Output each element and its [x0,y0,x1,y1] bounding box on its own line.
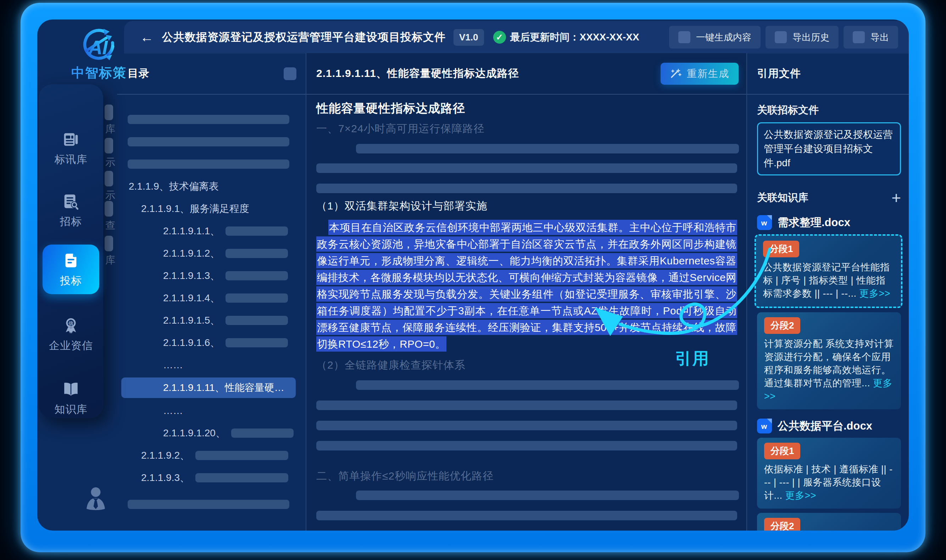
toc-item-label: 2.1.1.9.1.2、 [163,247,220,260]
add-knowledge-icon[interactable]: + [891,189,901,206]
topbar: ← 公共数据资源登记及授权运营管理平台建设项目投标文件 V1.0 ✓ 最后更新时… [124,21,909,54]
panels: 目录 2.1.1.9、技术偏离表2.1.1.9.1、服务满足程度2.1.1.9.… [37,53,909,531]
word-icon: w [757,215,772,230]
user-avatar-icon[interactable] [86,487,105,513]
more-link[interactable]: 更多>> [786,490,817,501]
doc-subheading-2: 二、简单操作≤2秒响应性能优化路径 [316,469,737,483]
text-skeleton [128,115,289,124]
segment-text: 依据标准 | 技术 | 遵循标准 || --- | --- | | 服务器系统接… [764,463,895,502]
segment-text: 计算资源分配 系统支持对计算资源进行分配，确保各个应用程序和服务能够高效地运行。… [764,337,895,403]
toc-item[interactable]: 2.1.1.9、技术偏离表 [117,175,299,197]
text-skeleton [316,511,737,520]
text-skeleton [225,271,288,280]
toc-item[interactable]: 2.1.1.9.1.1、 [117,220,299,242]
toc-collapse-icon[interactable] [283,67,296,80]
text-skeleton [225,226,288,236]
segment-tag: 分段2 [764,518,800,531]
toc-item-label: 2.1.1.9.1.6、 [163,336,220,349]
knowledge-doc-row[interactable]: w需求整理.docx [757,215,901,230]
regenerate-label: 重新生成 [687,67,729,80]
export-button[interactable]: 导出 [844,26,898,49]
sidebar-item-bidding[interactable]: 投标 [43,245,99,294]
more-link[interactable]: 更多>> [860,288,891,299]
tender-file-name: 公共数据资源登记及授权运营管理平台建设项目招标文件.pdf [764,129,893,168]
toc-item[interactable]: 2.1.1.9.1.2、 [117,242,299,265]
sidebar-item-knowledge-base[interactable]: 知识库 [43,373,99,423]
text-skeleton [316,184,737,193]
doc-subsection-2: （2）全链路健康检查探针体系 [316,358,737,372]
toc-item[interactable]: 2.1.1.9.1、服务满足程度 [117,197,299,220]
toc-item[interactable]: 2.1.1.9.3、 [117,466,299,489]
generate-all-button[interactable]: 一键生成内容 [669,26,761,49]
toc-skeleton-row [117,153,299,175]
version-badge: V1.0 [453,29,484,46]
book-icon [61,380,80,399]
kb-section-title: 关联知识库 [757,191,809,205]
segment-card[interactable]: 分段2| 指标要求 | 密码技术应用点 | GB/T39786 密码 应用基..… [757,513,901,531]
sidebar-item-label: 企业资信 [49,338,93,353]
toc-item[interactable]: 2.1.1.9.1.6、 [117,331,299,354]
toc-item[interactable]: 2.1.1.9.1.3、 [117,265,299,287]
toc-item-label: 2.1.1.9.1.11、性能容量硬… [163,381,284,394]
knowledge-doc-row[interactable]: w公共数据平台.docx [757,418,901,434]
toc-item-label: 2.1.1.9.1.5、 [163,314,220,327]
toc-item-label: 2.1.1.9.1.1、 [163,225,220,238]
toc-item[interactable]: 2.1.1.9.2、 [117,444,299,466]
sidebar-item-enterprise-credit[interactable]: 信企业资信 [43,309,99,359]
sidebar-item-tendering[interactable]: 招标 [43,185,99,235]
toc-item[interactable]: 2.1.1.9.1.5、 [117,309,299,331]
toc-item-label: 2.1.1.9.1.20、 [163,426,225,440]
more-link[interactable]: 更多>> [764,378,892,402]
references-panel: 引用文件 关联招标文件 公共数据资源登记及授权运营管理平台建设项目招标文件.pd… [747,53,909,531]
topbar-buttons: 一键生成内容导出历史导出 [669,26,898,49]
regenerate-button[interactable]: 重新生成 [661,63,739,85]
document-title: 公共数据资源登记及授权运营管理平台建设项目投标文件 [162,30,446,45]
toc-item[interactable]: 2.1.1.9.1.4、 [117,287,299,309]
segment-card[interactable]: 分段1依据标准 | 技术 | 遵循标准 || --- | --- | | 服务器… [757,438,901,509]
highlighted-paragraph[interactable]: 本项目在自治区政务云信创环境中部署两地三中心级双活集群。主中心位于呼和浩特市政务… [316,219,737,352]
text-skeleton [128,137,289,146]
toc-list: 2.1.1.9、技术偏离表2.1.1.9.1、服务满足程度2.1.1.9.1.1… [117,95,306,515]
document-body: 性能容量硬性指标达成路径 一、7×24小时高可用运行保障路径 （1）双活集群架构… [307,95,746,531]
text-skeleton [356,144,739,154]
doc-name: 需求整理.docx [778,215,850,230]
segment-card-selected[interactable]: 分段1公共数据资源登记平台性能指标 | 序号 | 指标类型 | 性能指标需求参数… [755,234,902,308]
svg-text:w: w [761,422,767,430]
sidebar-item-label: 招标 [60,214,82,229]
text-skeleton [316,163,737,173]
toc-item[interactable]: …… [117,354,299,376]
toc-skeleton-row [117,493,299,515]
export-history-icon [775,31,787,43]
sidebar-item-label: 投标 [60,274,82,288]
text-skeleton [356,380,739,390]
doc-edit-icon [61,251,80,270]
sidebar-item-bid-info-library[interactable]: 标讯库 [43,123,99,173]
back-icon[interactable]: ← [140,31,154,44]
toc-item-label: 2.1.1.9.3、 [141,471,190,485]
export-icon [853,31,865,43]
svg-text:信: 信 [68,321,73,326]
segment-text: 公共数据资源登记平台性能指标 | 序号 | 指标类型 | 性能指标需求参数 ||… [763,261,895,300]
toc-item-selected[interactable]: 2.1.1.9.1.11、性能容量硬… [117,376,299,400]
text-skeleton [128,160,289,169]
last-updated-text: 最后更新时间：XXXX-XX-XX [510,31,639,44]
export-history-button[interactable]: 导出历史 [766,26,838,49]
doc-search-icon [61,192,80,211]
text-skeleton [196,451,288,460]
text-skeleton [316,421,737,430]
text-skeleton [356,491,739,500]
toc-item-label: 2.1.1.9.2、 [141,449,190,462]
toc-item-label: 2.1.1.9.1.3、 [163,269,220,283]
toc-item[interactable]: 2.1.1.9.1.20、 [117,422,299,444]
brand-name: 中智标策 [61,64,137,82]
text-skeleton [316,441,737,451]
segment-card[interactable]: 分段2计算资源分配 系统支持对计算资源进行分配，确保各个应用程序和服务能够高效地… [757,312,901,409]
text-skeleton [196,473,288,482]
word-icon: w [757,418,772,434]
segment-tag: 分段2 [764,317,800,334]
toc-item[interactable]: …… [117,400,299,422]
sidebar-item-label: 知识库 [55,402,88,417]
references-title: 引用文件 [757,66,801,81]
tender-file-card[interactable]: 公共数据资源登记及授权运营管理平台建设项目招标文件.pdf [757,122,901,175]
button-label: 导出 [871,31,889,44]
